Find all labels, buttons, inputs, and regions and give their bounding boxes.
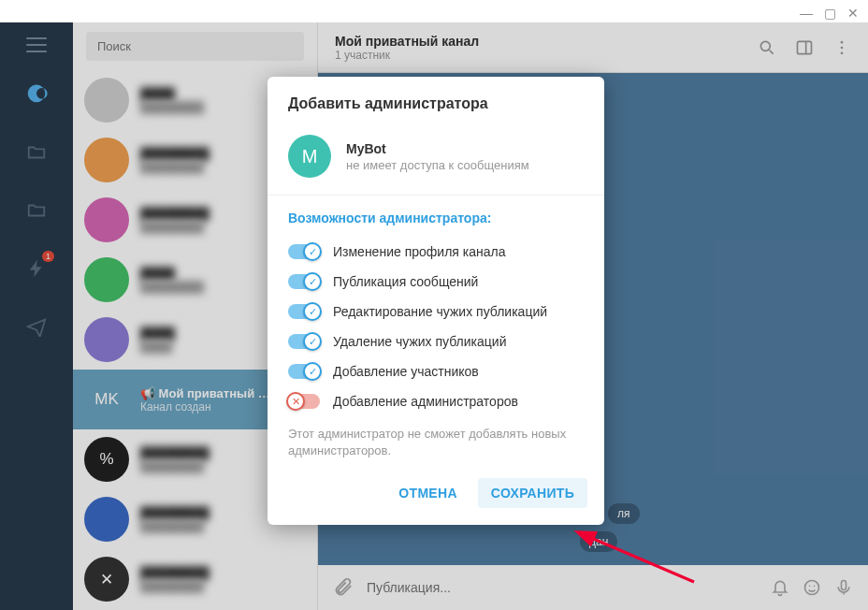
- permission-row: ✓ Редактирование чужих публикаций: [268, 297, 604, 327]
- bot-access-note: не имеет доступа к сообщениям: [346, 158, 529, 172]
- permission-toggle[interactable]: ✕: [288, 394, 320, 409]
- add-admin-dialog: Добавить администратора M MyBot не имеет…: [268, 77, 604, 525]
- dialog-title: Добавить администратора: [268, 95, 604, 127]
- permission-row: ✕ Добавление администраторов: [268, 386, 604, 416]
- window-controls: — ▢ ✕: [800, 6, 859, 21]
- permission-label: Добавление администраторов: [333, 394, 518, 409]
- bot-row[interactable]: M MyBot не имеет доступа к сообщениям: [268, 127, 604, 195]
- permission-label: Публикация сообщений: [333, 274, 478, 289]
- minimize-button[interactable]: —: [800, 6, 813, 21]
- close-button[interactable]: ✕: [847, 6, 859, 21]
- permissions-title: Возможности администратора:: [268, 211, 604, 237]
- bot-name: MyBot: [346, 141, 529, 156]
- cancel-button[interactable]: ОТМЕНА: [385, 478, 470, 508]
- permission-row: ✓ Добавление участников: [268, 356, 604, 386]
- permission-row: ✓ Изменение профиля канала: [268, 237, 604, 267]
- permission-toggle[interactable]: ✓: [288, 274, 320, 289]
- permission-row: ✓ Удаление чужих публикаций: [268, 327, 604, 356]
- bot-avatar: M: [288, 135, 331, 178]
- permission-toggle[interactable]: ✓: [288, 364, 320, 379]
- permission-label: Изменение профиля канала: [333, 244, 505, 259]
- permission-label: Добавление участников: [333, 364, 479, 379]
- permission-label: Редактирование чужих публикаций: [333, 304, 547, 319]
- permissions-note: Этот администратор не сможет добавлять н…: [268, 416, 604, 471]
- maximize-button[interactable]: ▢: [824, 6, 836, 21]
- permission-toggle[interactable]: ✓: [288, 244, 320, 259]
- permission-toggle[interactable]: ✓: [288, 304, 320, 319]
- permission-row: ✓ Публикация сообщений: [268, 267, 604, 297]
- save-button[interactable]: СОХРАНИТЬ: [478, 478, 587, 508]
- permission-toggle[interactable]: ✓: [288, 334, 320, 349]
- permission-label: Удаление чужих публикаций: [333, 334, 506, 349]
- divider: [268, 195, 604, 196]
